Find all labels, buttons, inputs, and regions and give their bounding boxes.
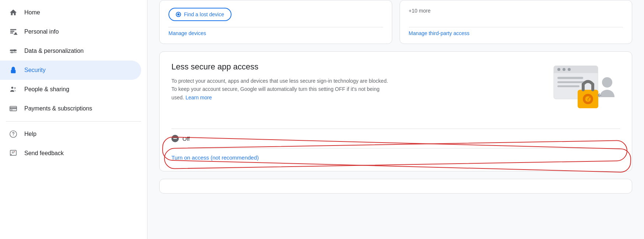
sidebar-item-home-label: Home [24,9,40,16]
svg-point-27 [568,68,571,71]
svg-rect-14 [10,107,17,109]
svg-rect-28 [557,77,583,79]
sidebar-item-help[interactable]: Help [0,124,141,144]
svg-point-5 [14,49,15,51]
lsa-action-row: Turn on access (not recommended) [171,148,620,161]
less-secure-app-card: Less secure app access To protect your a… [159,51,632,171]
lock-illustration-svg [546,62,620,121]
third-party-card: +10 more Manage third-party access [400,0,633,44]
svg-point-26 [563,68,565,71]
svg-point-21 [14,151,15,152]
sidebar-item-data-label: Data & personalization [24,48,84,54]
learn-more-link[interactable]: Learn more [185,95,212,100]
sidebar-item-security[interactable]: Security [0,61,141,80]
lsa-status-text: Off [182,136,190,142]
next-card-partial [159,179,632,194]
find-device-button[interactable]: Find a lost device [168,8,232,21]
svg-point-25 [557,68,560,71]
svg-point-9 [13,71,14,72]
turn-on-access-link[interactable]: Turn on access (not recommended) [171,154,259,161]
svg-rect-2 [10,33,13,34]
svg-point-17 [13,136,13,136]
more-count-text: +10 more [409,8,623,14]
lsa-card-header: Less secure app access To protect your a… [171,62,620,121]
lsa-card-title: Less secure app access [171,62,539,72]
svg-rect-15 [11,110,13,110]
sidebar-divider [6,121,141,122]
sidebar-item-feedback[interactable]: Send feedback [0,144,141,163]
sidebar-item-people-label: People & sharing [24,86,69,93]
sidebar-item-security-label: Security [24,67,46,74]
sidebar-item-home[interactable]: Home [0,3,141,22]
lsa-card-content: Less secure app access To protect your a… [171,62,539,102]
sidebar-item-people-sharing[interactable]: People & sharing [0,80,141,99]
svg-point-10 [11,87,14,89]
card-icon [9,104,18,113]
lsa-status-row: Off [171,129,620,142]
sidebar-item-data-personalization[interactable]: Data & personalization [0,41,141,61]
off-status-icon [171,135,179,142]
svg-rect-30 [557,85,579,87]
sidebar: Home Personal info Data & personalizatio… [0,0,147,239]
devices-card: Find a lost device Manage devices [159,0,392,44]
feedback-icon [9,149,18,158]
svg-point-7 [11,51,13,54]
manage-devices-link[interactable]: Manage devices [168,27,383,36]
find-device-label: Find a lost device [184,11,224,17]
sidebar-item-personal-info[interactable]: Personal info [0,22,141,41]
toggle-icon [9,47,18,55]
sidebar-item-payments[interactable]: Payments & subscriptions [0,99,141,118]
svg-rect-24 [554,72,598,73]
manage-third-party-link[interactable]: Manage third-party access [409,27,623,36]
sidebar-item-payments-label: Payments & subscriptions [24,105,92,112]
svg-rect-1 [10,31,14,32]
sidebar-item-help-label: Help [24,131,36,137]
person-icon [9,27,18,36]
lsa-card-description: To protect your account, apps and device… [171,77,393,102]
main-content: Find a lost device Manage devices +10 mo… [147,0,644,239]
people-icon [9,85,18,94]
home-icon [9,8,18,17]
help-icon [9,130,18,139]
lsa-illustration [546,62,620,121]
top-cards-row: Find a lost device Manage devices +10 mo… [159,0,632,44]
svg-point-11 [14,87,16,89]
sidebar-item-personal-info-label: Personal info [24,28,59,35]
lock-icon [9,66,18,75]
find-device-icon [176,12,181,17]
svg-rect-0 [10,29,17,30]
sidebar-item-feedback-label: Send feedback [24,150,64,157]
svg-point-40 [602,77,612,88]
